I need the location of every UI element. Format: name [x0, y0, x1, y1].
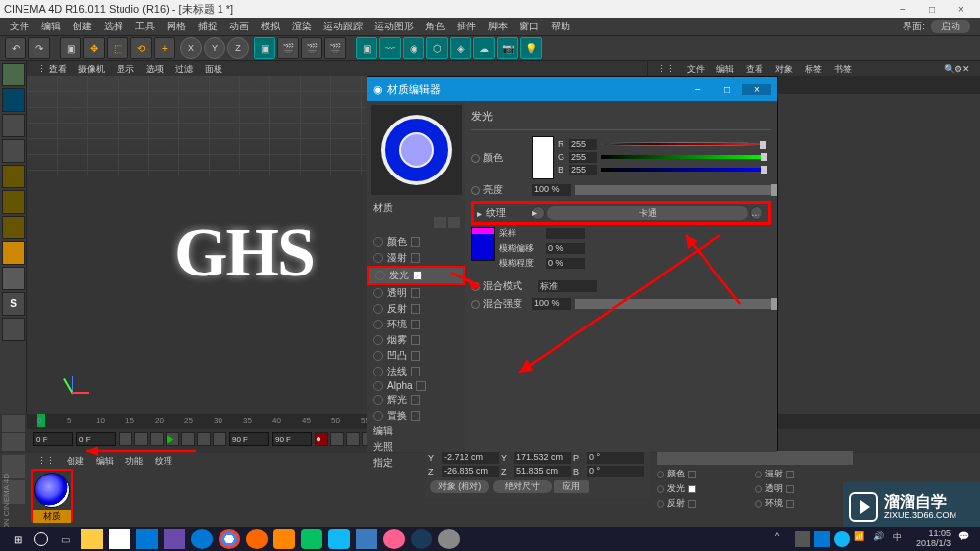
- maximize-button[interactable]: □: [917, 4, 947, 15]
- me-right-arrow-icon[interactable]: [448, 217, 460, 228]
- minimize-button[interactable]: −: [888, 4, 917, 15]
- app-icon-purple[interactable]: [164, 529, 185, 549]
- om-file[interactable]: 文件: [681, 63, 710, 75]
- poly-mode-icon[interactable]: [2, 216, 25, 239]
- texture-mode-icon[interactable]: [2, 114, 25, 137]
- chrome-icon[interactable]: [219, 529, 240, 549]
- g-field[interactable]: 255: [569, 152, 597, 163]
- mouse-icon[interactable]: [2, 267, 25, 290]
- app-icon-orange2[interactable]: [273, 529, 295, 549]
- channel-bump[interactable]: 凹凸: [368, 348, 465, 364]
- om-objects[interactable]: 对象: [769, 63, 799, 75]
- render-view-button[interactable]: 🎬: [277, 37, 299, 59]
- add-env-button[interactable]: ☁: [473, 37, 495, 59]
- blur-offset-field[interactable]: 0 %: [546, 243, 585, 254]
- rot-b-field[interactable]: 0 °: [587, 466, 644, 477]
- tray-up-icon[interactable]: ^: [775, 531, 791, 547]
- add-generator-button[interactable]: ⬡: [426, 37, 448, 59]
- menu-anim[interactable]: 动画: [223, 20, 255, 33]
- menu-help[interactable]: 帮助: [545, 20, 576, 33]
- y-lock-button[interactable]: Y: [204, 37, 225, 59]
- r-field[interactable]: 255: [569, 139, 597, 150]
- app-icon-blue[interactable]: [356, 529, 377, 549]
- brightness-field[interactable]: 100 %: [532, 184, 571, 196]
- cube-primitive-button[interactable]: ▣: [254, 37, 275, 59]
- mix-mode-select[interactable]: 标准: [538, 280, 597, 292]
- vp-filter[interactable]: 过滤: [170, 63, 199, 75]
- mm-edit[interactable]: 编辑: [90, 455, 120, 468]
- undo-button[interactable]: ↶: [5, 37, 26, 59]
- coord-mode-select[interactable]: 对象 (相对): [430, 480, 489, 493]
- r-slider[interactable]: [601, 142, 767, 146]
- model-mode-icon[interactable]: [2, 88, 25, 112]
- tray-qq-icon[interactable]: [834, 531, 850, 547]
- z-lock-button[interactable]: Z: [227, 37, 249, 59]
- g-slider[interactable]: [601, 155, 767, 159]
- rot-p-field[interactable]: 0 °: [587, 452, 644, 464]
- b-field[interactable]: 255: [569, 165, 597, 175]
- tl-prev-frame-button[interactable]: [150, 432, 164, 446]
- channel-alpha[interactable]: Alpha: [368, 379, 465, 392]
- redo-button[interactable]: ↷: [28, 37, 50, 59]
- material-preview[interactable]: [371, 105, 462, 195]
- select-tool[interactable]: ▣: [60, 37, 81, 59]
- mm-function[interactable]: 功能: [120, 455, 149, 468]
- tl-key-pos-button[interactable]: [346, 432, 360, 446]
- tl-play-button[interactable]: ▶: [166, 432, 179, 446]
- tl-start-field[interactable]: 0 F: [33, 432, 73, 446]
- add-spline-button[interactable]: 〰: [379, 37, 401, 59]
- om-tags[interactable]: 标签: [799, 63, 828, 75]
- app-icon-pink[interactable]: [383, 529, 405, 549]
- channel-reflection[interactable]: 反射: [368, 301, 465, 317]
- wechat-icon[interactable]: [301, 529, 322, 549]
- brightness-slider[interactable]: [575, 185, 771, 195]
- store-icon[interactable]: [109, 529, 130, 549]
- tl-goto-end-button[interactable]: [213, 432, 226, 446]
- notifications-icon[interactable]: 💬: [958, 531, 974, 547]
- add-light-button[interactable]: 💡: [520, 37, 542, 59]
- channel-illumination[interactable]: 光照: [368, 439, 465, 455]
- tl-end2-field[interactable]: 90 F: [272, 432, 312, 446]
- b-slider[interactable]: [601, 168, 767, 172]
- app-icon-gray[interactable]: [438, 529, 460, 549]
- render-pv-button[interactable]: 🎬: [301, 37, 322, 59]
- edge-icon[interactable]: [191, 529, 213, 549]
- tl-next-key-button[interactable]: [197, 432, 211, 446]
- menu-mograph[interactable]: 运动图形: [368, 20, 419, 33]
- channel-environment[interactable]: 环境: [368, 317, 465, 332]
- size-z-field[interactable]: 51.835 cm: [514, 466, 571, 477]
- mix-strength-slider[interactable]: [575, 299, 771, 309]
- texture-browse-button[interactable]: …: [750, 206, 763, 220]
- cortana-icon[interactable]: [34, 532, 48, 546]
- x-lock-button[interactable]: X: [180, 37, 202, 59]
- texture-field[interactable]: 卡通: [547, 206, 748, 220]
- size-y-field[interactable]: 171.532 cm: [514, 452, 571, 464]
- explorer-icon[interactable]: [81, 529, 103, 549]
- app-icon-orange[interactable]: [246, 529, 268, 549]
- channel-normal[interactable]: 法线: [368, 364, 465, 379]
- me-maximize-button[interactable]: □: [712, 84, 742, 95]
- snap-enable-icon[interactable]: S: [2, 292, 25, 316]
- mail-icon[interactable]: [136, 529, 158, 549]
- tray-icon-1[interactable]: [795, 531, 810, 547]
- menu-edit[interactable]: 编辑: [35, 20, 67, 33]
- layout-selector[interactable]: 启动: [931, 20, 970, 33]
- workplane-icon[interactable]: [2, 139, 25, 163]
- tl-goto-start-button[interactable]: [119, 432, 132, 446]
- channel-fog[interactable]: 烟雾: [368, 332, 465, 348]
- channel-displacement[interactable]: 置换: [368, 408, 465, 424]
- channel-editor[interactable]: 编辑: [368, 424, 465, 439]
- tray-volume-icon[interactable]: 🔊: [873, 531, 889, 547]
- tl-next-frame-button[interactable]: [181, 432, 195, 446]
- om-view[interactable]: 查看: [740, 63, 769, 75]
- channel-luminance[interactable]: 发光✓: [368, 266, 465, 285]
- add-camera-button[interactable]: 📷: [497, 37, 518, 59]
- edge-mode-icon[interactable]: [2, 190, 25, 214]
- menu-char[interactable]: 角色: [419, 20, 451, 33]
- menu-tools[interactable]: 工具: [129, 20, 161, 33]
- menu-plugins[interactable]: 插件: [451, 20, 482, 33]
- qq-icon[interactable]: [328, 529, 350, 549]
- mix-strength-field[interactable]: 100 %: [532, 298, 571, 310]
- channel-transparency[interactable]: 透明: [368, 285, 465, 301]
- menu-select[interactable]: 选择: [98, 20, 129, 33]
